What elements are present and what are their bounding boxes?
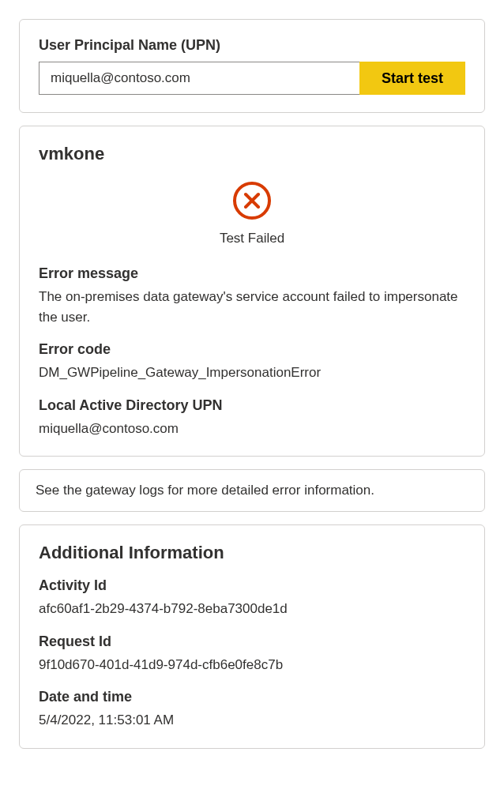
additional-info-title: Additional Information xyxy=(39,543,465,563)
gateway-name: vmkone xyxy=(39,144,465,164)
hint-text: See the gateway logs for more detailed e… xyxy=(36,483,468,498)
status-text: Test Failed xyxy=(39,231,465,246)
error-code-value: DM_GWPipeline_Gateway_ImpersonationError xyxy=(39,363,465,383)
status-block: Test Failed xyxy=(39,180,465,246)
upn-card: User Principal Name (UPN) Start test xyxy=(19,19,485,113)
request-id-label: Request Id xyxy=(39,633,465,650)
local-upn-value: miquella@contoso.com xyxy=(39,419,465,439)
hint-card: See the gateway logs for more detailed e… xyxy=(19,469,485,512)
error-message-value: The on-premises data gateway's service a… xyxy=(39,287,465,327)
activity-id-label: Activity Id xyxy=(39,577,465,594)
upn-input-row: Start test xyxy=(39,62,465,95)
result-card: vmkone Test Failed Error message The on-… xyxy=(19,126,485,457)
datetime-label: Date and time xyxy=(39,689,465,705)
upn-input[interactable] xyxy=(39,62,359,95)
additional-info-card: Additional Information Activity Id afc60… xyxy=(19,524,485,749)
error-message-label: Error message xyxy=(39,265,465,282)
request-id-value: 9f10d670-401d-41d9-974d-cfb6e0fe8c7b xyxy=(39,655,465,675)
error-code-label: Error code xyxy=(39,341,465,358)
datetime-value: 5/4/2022, 11:53:01 AM xyxy=(39,710,465,731)
start-test-button[interactable]: Start test xyxy=(359,62,465,95)
upn-label: User Principal Name (UPN) xyxy=(39,37,465,54)
activity-id-value: afc60af1-2b29-4374-b792-8eba7300de1d xyxy=(39,599,465,619)
local-upn-label: Local Active Directory UPN xyxy=(39,397,465,414)
error-x-icon xyxy=(231,180,273,224)
